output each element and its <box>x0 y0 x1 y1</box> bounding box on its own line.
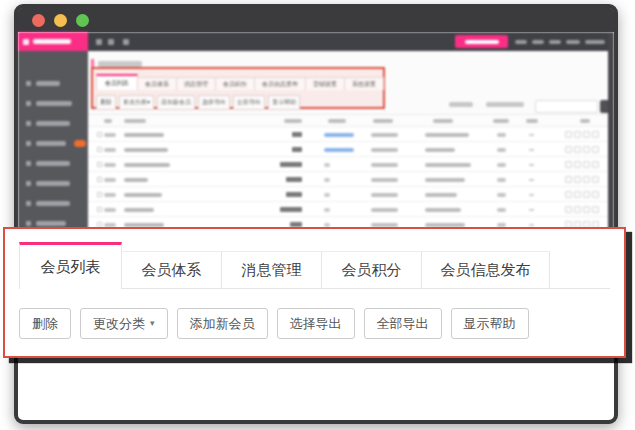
change-category-button: 更改分类▾ <box>119 95 154 110</box>
admin-topbar <box>18 32 614 51</box>
tab-member-points: 会员积分 <box>215 77 255 90</box>
callout-tab-member-points[interactable]: 会员积分 <box>322 251 422 288</box>
tab-marketing-settings: 营销设置 <box>305 77 345 90</box>
sidebar-item <box>18 93 88 113</box>
callout-tab-member-list[interactable]: 会员列表 <box>19 242 122 289</box>
caret-down-icon: ▾ <box>150 319 155 328</box>
table-row <box>88 157 608 172</box>
sidebar-icon <box>26 121 31 126</box>
callout-delete-button[interactable]: 删除 <box>19 308 71 339</box>
table-row <box>88 187 608 202</box>
callout-change-category-button[interactable]: 更改分类▾ <box>80 308 168 339</box>
mini-tab-bar: 会员列表 会员体系 消息管理 会员积分 会员信息发布 营销设置 系统设置 <box>96 74 383 90</box>
callout-tab-bar: 会员列表 会员体系 消息管理 会员积分 会员信息发布 <box>19 242 610 289</box>
sidebar-icon <box>26 141 31 146</box>
callout-export-all-button[interactable]: 全部导出 <box>364 308 442 339</box>
table-row <box>88 142 608 157</box>
table-header <box>88 115 608 127</box>
tab-member-system: 会员体系 <box>137 77 177 90</box>
callout-export-selected-button[interactable]: 选择导出 <box>277 308 355 339</box>
maximize-button[interactable] <box>76 14 89 27</box>
topbar-menu-placeholder <box>532 40 544 44</box>
row-actions <box>565 146 599 153</box>
browser-window: 会员列表 会员体系 消息管理 会员积分 会员信息发布 营销设置 系统设置 删除 … <box>14 4 618 424</box>
email-link-placeholder <box>324 148 354 152</box>
admin-sidebar <box>18 51 88 231</box>
window-titlebar <box>18 8 614 32</box>
pink-button-label-placeholder <box>465 40 499 44</box>
row-checkbox <box>97 207 102 212</box>
callout-tab-member-system[interactable]: 会员体系 <box>122 251 222 288</box>
logo-text-placeholder <box>33 39 71 44</box>
sidebar-item <box>18 73 88 93</box>
sidebar-item <box>18 153 88 173</box>
show-help-button: 显示帮助 <box>268 95 300 110</box>
page-title-placeholder <box>98 61 142 67</box>
row-actions <box>565 191 599 198</box>
email-link-placeholder <box>324 133 354 137</box>
sidebar-item <box>18 193 88 213</box>
tab-message-management: 消息管理 <box>176 77 216 90</box>
tab-member-list: 会员列表 <box>96 74 138 90</box>
sidebar-icon <box>26 161 31 166</box>
callout-show-help-button[interactable]: 显示帮助 <box>451 308 529 339</box>
zoom-callout: 会员列表 会员体系 消息管理 会员积分 会员信息发布 删除 更改分类▾ 添加新会… <box>3 227 626 358</box>
notification-badge <box>74 140 86 147</box>
sidebar-icon <box>26 181 31 186</box>
row-checkbox <box>97 147 102 152</box>
page-canvas: 会员列表 会员体系 消息管理 会员积分 会员信息发布 营销设置 系统设置 删除 … <box>0 0 635 430</box>
row-checkbox <box>97 162 102 167</box>
member-table <box>88 114 608 231</box>
sidebar-item <box>18 173 88 193</box>
row-checkbox <box>97 177 102 182</box>
topbar-menu-placeholder <box>585 40 605 44</box>
sidebar-icon <box>26 201 31 206</box>
table-row <box>88 172 608 187</box>
topbar-menu-placeholder <box>566 40 580 44</box>
sidebar-icon <box>26 221 31 226</box>
add-member-button: 添加新会员 <box>157 95 195 110</box>
refresh-icon <box>108 39 114 45</box>
row-checkbox <box>97 132 102 137</box>
sidebar-item <box>18 113 88 133</box>
minimize-button[interactable] <box>54 14 67 27</box>
tab-member-info-publish: 会员信息发布 <box>254 77 306 90</box>
scrollbar-strip <box>608 32 614 231</box>
row-actions <box>565 161 599 168</box>
filter-label-placeholder <box>486 102 524 107</box>
delete-button: 删除 <box>96 95 116 110</box>
search-input <box>535 100 598 113</box>
sort-label-placeholder <box>449 102 473 107</box>
sidebar-icon <box>26 101 31 106</box>
table-row <box>88 202 608 217</box>
callout-add-member-button[interactable]: 添加新会员 <box>177 308 268 339</box>
row-checkbox <box>97 192 102 197</box>
highlight-box: 会员列表 会员体系 消息管理 会员积分 会员信息发布 营销设置 系统设置 删除 … <box>91 67 385 109</box>
export-all-button: 全部导出 <box>233 95 265 110</box>
menu-icon <box>23 39 29 45</box>
admin-main: 会员列表 会员体系 消息管理 会员积分 会员信息发布 营销设置 系统设置 删除 … <box>88 51 608 231</box>
sidebar-icon <box>26 81 31 86</box>
callout-tab-member-info-publish[interactable]: 会员信息发布 <box>422 251 550 288</box>
home-icon <box>96 39 102 45</box>
row-actions <box>565 206 599 213</box>
tab-system-settings: 系统设置 <box>344 77 384 90</box>
mini-toolbar: 删除 更改分类▾ 添加新会员 选择导出 全部导出 显示帮助 <box>96 95 300 110</box>
app-logo <box>18 32 88 51</box>
topbar-menu-placeholder <box>549 40 561 44</box>
callout-toolbar: 删除 更改分类▾ 添加新会员 选择导出 全部导出 显示帮助 <box>19 308 624 339</box>
close-button[interactable] <box>32 14 45 27</box>
sidebar-item <box>18 133 88 153</box>
table-row <box>88 127 608 142</box>
admin-screenshot: 会员列表 会员体系 消息管理 会员积分 会员信息发布 营销设置 系统设置 删除 … <box>18 32 614 231</box>
row-actions <box>565 176 599 183</box>
window-icon <box>123 39 129 45</box>
topbar-menu-placeholder <box>515 40 527 44</box>
callout-tab-message-management[interactable]: 消息管理 <box>222 251 322 288</box>
topbar-pink-button <box>455 35 508 48</box>
row-actions <box>565 131 599 138</box>
export-selected-button: 选择导出 <box>198 95 230 110</box>
